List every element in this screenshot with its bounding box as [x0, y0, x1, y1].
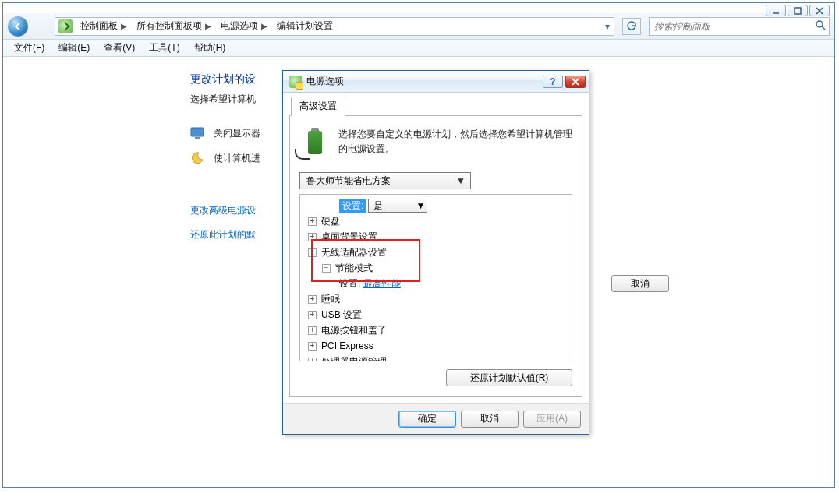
tree-node-usb[interactable]: +USB 设置	[308, 307, 570, 322]
search-box[interactable]	[649, 17, 830, 36]
search-icon[interactable]	[815, 19, 826, 33]
menu-view[interactable]: 查看(V)	[104, 41, 135, 55]
menu-tools[interactable]: 工具(T)	[149, 41, 179, 55]
dialog-titlebar[interactable]: 电源选项 ?	[283, 71, 589, 93]
back-button[interactable]	[8, 16, 28, 37]
breadcrumb-item[interactable]: 编辑计划设置	[274, 18, 336, 35]
expand-icon[interactable]: +	[308, 311, 317, 319]
dialog-footer: 确定 取消 应用(A)	[283, 403, 589, 434]
dialog-close-button[interactable]	[565, 76, 586, 88]
settings-tree[interactable]: 设置: 是 ▼ +硬盘 +桌面背景设置 −无线适配器设置 −节能模式 设置: 最…	[299, 194, 572, 361]
dialog-description: 选择您要自定义的电源计划，然后选择您希望计算机管理的电源设置。	[338, 127, 572, 158]
address-dropdown-icon[interactable]: ▾	[600, 18, 614, 35]
tree-node-processor-power[interactable]: +处理器电源管理	[308, 354, 570, 361]
menu-file[interactable]: 文件(F)	[14, 41, 44, 55]
chevron-down-icon: ▼	[416, 200, 425, 211]
menu-bar: 文件(F) 编辑(E) 查看(V) 工具(T) 帮助(H)	[3, 40, 834, 57]
expand-icon[interactable]: +	[308, 342, 317, 351]
tree-node-setting-max-perf[interactable]: 设置: 最高性能	[339, 276, 570, 291]
tab-advanced-settings[interactable]: 高级设置	[291, 97, 345, 116]
apply-button[interactable]: 应用(A)	[523, 411, 581, 428]
refresh-button[interactable]	[622, 18, 641, 35]
collapse-icon[interactable]: −	[322, 264, 331, 273]
dialog-cancel-button[interactable]: 取消	[461, 411, 519, 428]
nav-back-forward	[8, 16, 50, 37]
power-plan-select[interactable]: 鲁大师节能省电方案 ▼	[299, 172, 471, 189]
dialog-body: 高级设置 选择您要自定义的电源计划，然后选择您希望计算机管理的电源设置。 鲁大师…	[283, 93, 589, 403]
tree-node-power-saving-mode[interactable]: −节能模式	[322, 260, 570, 276]
maximize-button[interactable]	[788, 5, 808, 16]
expand-icon[interactable]: +	[308, 358, 317, 362]
chevron-down-icon: ▼	[455, 174, 467, 187]
menu-edit[interactable]: 编辑(E)	[58, 41, 90, 55]
expand-icon[interactable]: +	[308, 295, 317, 304]
navigation-bar: 控制面板▶ 所有控制面板项▶ 电源选项▶ 编辑计划设置 ▾	[3, 13, 834, 40]
tree-node-desktop-background[interactable]: +桌面背景设置	[308, 229, 570, 245]
address-bar[interactable]: 控制面板▶ 所有控制面板项▶ 电源选项▶ 编辑计划设置 ▾	[55, 17, 614, 36]
tab-pane: 选择您要自定义的电源计划，然后选择您希望计算机管理的电源设置。 鲁大师节能省电方…	[289, 116, 582, 397]
tree-node-wireless-adapter[interactable]: −无线适配器设置	[308, 245, 570, 260]
setting-value: 是	[373, 199, 383, 213]
control-panel-icon	[58, 19, 73, 33]
minimize-button[interactable]	[766, 5, 786, 16]
tree-node-pci-express[interactable]: +PCI Express	[308, 338, 570, 354]
collapse-icon[interactable]: −	[308, 248, 317, 257]
breadcrumb-item[interactable]: 电源选项▶	[218, 18, 274, 35]
setting-value-link[interactable]: 最高性能	[363, 277, 401, 291]
setting-label: 设置:	[339, 199, 366, 213]
svg-rect-0	[795, 8, 801, 14]
close-button[interactable]	[809, 5, 830, 16]
menu-help[interactable]: 帮助(H)	[194, 41, 226, 55]
dialog-title: 电源选项	[306, 75, 540, 88]
setting-value-select[interactable]: 是 ▼	[368, 199, 427, 213]
power-plan-selected: 鲁大师节能省电方案	[306, 174, 391, 188]
tree-node-hard-disk[interactable]: +硬盘	[308, 213, 570, 229]
monitor-icon	[190, 126, 204, 140]
tree-node-sleep[interactable]: +睡眠	[308, 291, 570, 307]
help-button[interactable]: ?	[543, 76, 563, 88]
power-options-icon	[289, 76, 302, 88]
restore-plan-defaults-button[interactable]: 还原计划默认值(R)	[446, 369, 572, 386]
expand-icon[interactable]: +	[308, 217, 317, 226]
setting-label-text: 设置:	[339, 277, 360, 291]
current-setting-row: 设置: 是 ▼	[339, 198, 570, 213]
expand-icon[interactable]: +	[308, 326, 317, 335]
tab-strip: 高级设置	[289, 96, 582, 116]
tree-node-power-buttons-lid[interactable]: +电源按钮和盖子	[308, 322, 570, 338]
ok-button[interactable]: 确定	[398, 411, 456, 428]
search-input[interactable]	[653, 20, 815, 33]
expand-icon[interactable]: +	[308, 233, 317, 241]
breadcrumb-item[interactable]: 控制面板▶	[77, 18, 133, 35]
row-display-label: 关闭显示器	[214, 127, 260, 140]
moon-icon	[190, 151, 204, 165]
battery-icon	[299, 127, 331, 158]
cancel-button[interactable]: 取消	[611, 275, 669, 292]
breadcrumb-item[interactable]: 所有控制面板项▶	[133, 18, 218, 35]
svg-rect-3	[195, 137, 200, 139]
power-options-dialog: 电源选项 ? 高级设置 选择您要自定义的电源计划，然后选择您希望计算机管理的电源…	[282, 70, 589, 435]
svg-point-1	[816, 21, 823, 27]
window-titlebar	[3, 3, 834, 13]
svg-rect-2	[191, 128, 204, 136]
row-sleep-label: 使计算机进	[214, 152, 260, 165]
